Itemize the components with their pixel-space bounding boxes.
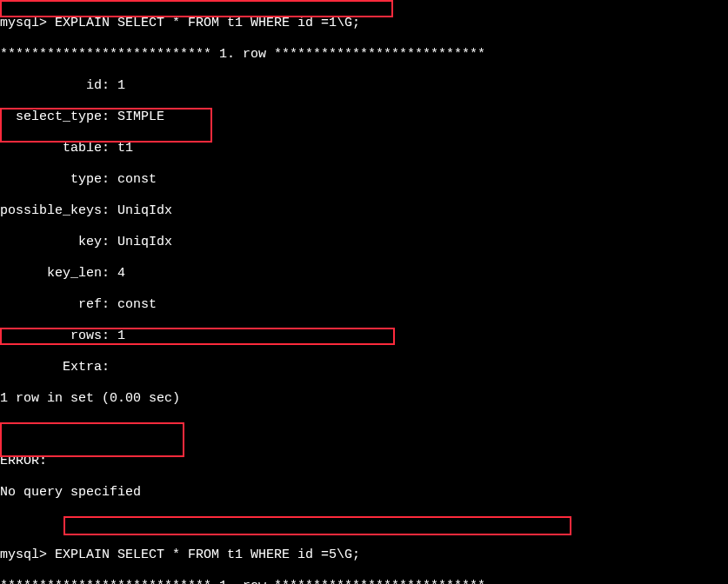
prompt: mysql> [0, 548, 47, 562]
result-footer-1: 1 row in set (0.00 sec) [0, 391, 728, 407]
explain-row: rows: 1 [0, 328, 728, 344]
prompt-line-1[interactable]: mysql> EXPLAIN SELECT * FROM t1 WHERE id… [0, 16, 728, 31]
explain-row: possible_keys: UniqIdx [0, 203, 728, 219]
explain-row: type: const [0, 172, 728, 188]
semicolon: ; [352, 548, 360, 562]
error-label-1: ERROR: [0, 454, 728, 469]
explain-row: Extra: [0, 360, 728, 375]
explain-row: select_type: SIMPLE [0, 110, 728, 125]
row-separator-1: *************************** 1. row *****… [0, 47, 728, 63]
explain-row: id: 1 [0, 78, 728, 94]
explain-row: key_len: 4 [0, 266, 728, 282]
blank-line [0, 422, 728, 438]
highlight-annotation [0, 0, 393, 17]
terminal-output: mysql> EXPLAIN SELECT * FROM t1 WHERE id… [0, 0, 728, 584]
prompt-line-2[interactable]: mysql> EXPLAIN SELECT * FROM t1 WHERE id… [0, 548, 728, 563]
error-text-1: No query specified [0, 485, 728, 501]
command-2: EXPLAIN SELECT * FROM t1 WHERE id =5\G [55, 548, 352, 562]
command-1: EXPLAIN SELECT * FROM t1 WHERE id =1\G [55, 16, 352, 30]
explain-row: table: t1 [0, 141, 728, 156]
explain-row: key: UniqIdx [0, 235, 728, 250]
blank-line [0, 516, 728, 532]
semicolon: ; [352, 16, 360, 30]
prompt: mysql> [0, 16, 47, 30]
row-separator-2: *************************** 1. row *****… [0, 579, 728, 584]
explain-row: ref: const [0, 297, 728, 313]
